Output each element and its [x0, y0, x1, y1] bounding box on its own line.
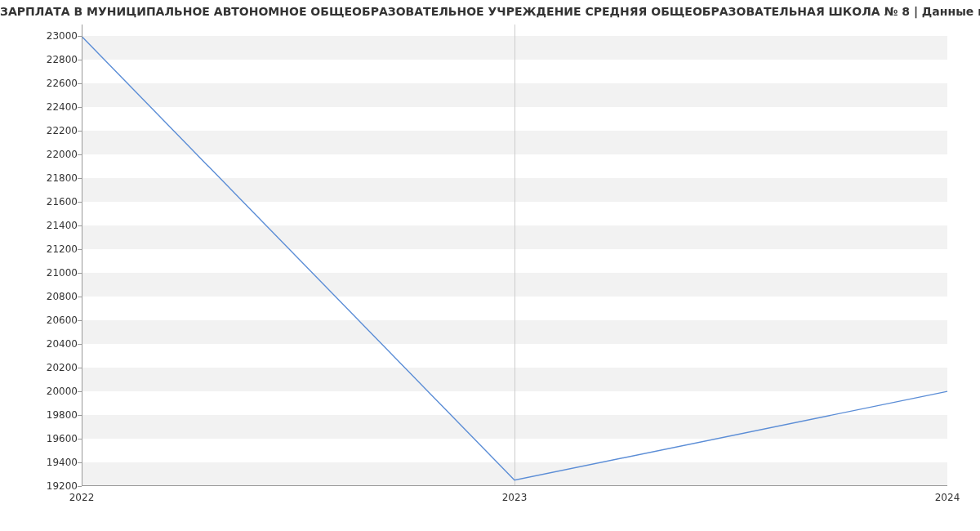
x-tick-label: 2024	[935, 492, 960, 503]
y-tick-mark	[78, 36, 82, 37]
plot-area	[82, 25, 947, 486]
y-axis	[82, 25, 82, 486]
y-tick-label: 22200	[4, 125, 78, 136]
chart-container: ЗАРПЛАТА В МУНИЦИПАЛЬНОЕ АВТОНОМНОЕ ОБЩЕ…	[0, 0, 980, 531]
y-tick-label: 21000	[4, 267, 78, 279]
x-tick-label: 2022	[69, 492, 95, 503]
y-tick-mark	[78, 320, 82, 321]
series-line	[82, 36, 947, 480]
y-tick-mark	[78, 154, 82, 155]
y-tick-label: 20200	[4, 362, 78, 373]
y-tick-mark	[78, 344, 82, 345]
y-tick-label: 20600	[4, 315, 78, 326]
y-tick-mark	[78, 391, 82, 392]
y-tick-label: 19800	[4, 409, 78, 421]
y-tick-mark	[78, 202, 82, 203]
y-tick-label: 20400	[4, 338, 78, 350]
y-tick-mark	[78, 83, 82, 84]
y-tick-label: 22600	[4, 78, 78, 89]
y-tick-label: 22000	[4, 149, 78, 160]
y-tick-mark	[78, 297, 82, 297]
y-tick-label: 19600	[4, 433, 78, 444]
line-layer	[82, 25, 947, 486]
x-axis	[82, 485, 947, 486]
y-tick-label: 23000	[4, 30, 78, 42]
y-tick-label: 20800	[4, 291, 78, 302]
y-tick-mark	[78, 462, 82, 463]
y-tick-label: 21200	[4, 243, 78, 255]
y-tick-mark	[78, 225, 82, 226]
y-tick-label: 21800	[4, 172, 78, 184]
y-tick-mark	[78, 60, 82, 60]
y-tick-label: 22400	[4, 101, 78, 113]
x-tick-label: 2023	[502, 492, 528, 503]
y-tick-mark	[78, 368, 82, 368]
y-tick-mark	[78, 415, 82, 416]
y-tick-mark	[78, 107, 82, 108]
y-tick-label: 21400	[4, 220, 78, 231]
y-tick-label: 21600	[4, 196, 78, 207]
y-tick-label: 22800	[4, 54, 78, 65]
y-tick-label: 19400	[4, 457, 78, 468]
y-tick-mark	[78, 273, 82, 274]
y-tick-label: 20000	[4, 386, 78, 397]
chart-title: ЗАРПЛАТА В МУНИЦИПАЛЬНОЕ АВТОНОМНОЕ ОБЩЕ…	[0, 5, 980, 18]
y-tick-mark	[78, 486, 82, 487]
y-tick-label: 19200	[4, 480, 78, 492]
y-tick-mark	[78, 131, 82, 132]
y-tick-mark	[78, 178, 82, 179]
y-tick-mark	[78, 439, 82, 440]
y-tick-mark	[78, 249, 82, 250]
